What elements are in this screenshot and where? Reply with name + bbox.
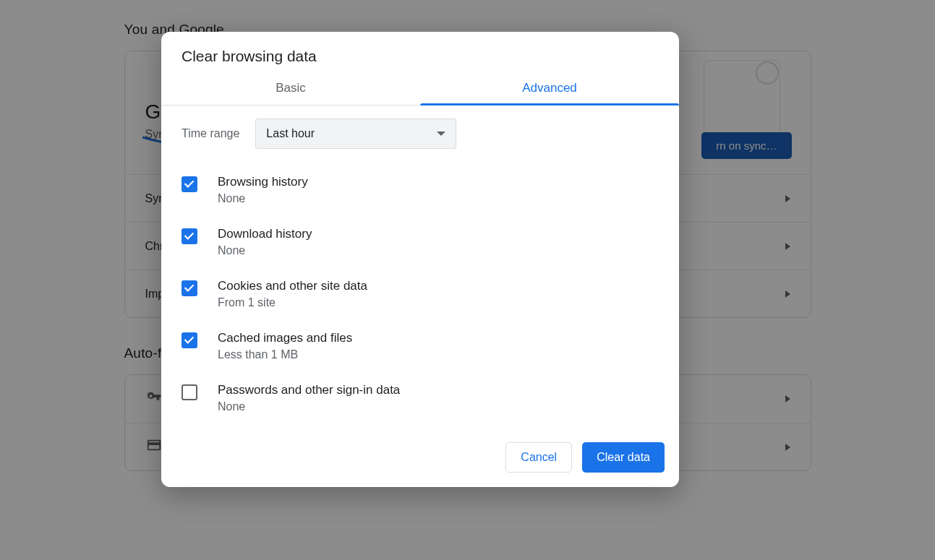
item-subtitle: From 1 site [218, 296, 367, 309]
dialog-tabs: Basic Advanced [161, 71, 679, 105]
item-title: Browsing history [218, 175, 308, 189]
item-subtitle: None [218, 400, 400, 413]
checkbox-passwords[interactable] [182, 384, 197, 400]
dialog-body: Time range Last hour Browsing history No… [161, 105, 679, 431]
item-subtitle: Less than 1 MB [218, 348, 352, 361]
tab-advanced[interactable]: Advanced [420, 71, 679, 105]
checkbox-browsing-history[interactable] [182, 176, 197, 192]
checkbox-row-download-history: Download history None [182, 220, 659, 272]
checkbox-row-passwords: Passwords and other sign-in data None [182, 376, 659, 428]
time-range-label: Time range [182, 127, 239, 140]
checkbox-row-cache: Cached images and files Less than 1 MB [182, 324, 659, 376]
checkbox-row-browsing-history: Browsing history None [182, 168, 659, 220]
time-range-select[interactable]: Last hour [255, 119, 456, 149]
clear-browsing-data-dialog: Clear browsing data Basic Advanced Time … [161, 32, 679, 487]
item-title: Cookies and other site data [218, 279, 367, 293]
item-title: Cached images and files [218, 331, 352, 345]
item-subtitle: None [218, 192, 308, 205]
checkbox-cookies[interactable] [182, 280, 197, 296]
checkbox-download-history[interactable] [182, 228, 197, 244]
dialog-footer: Cancel Clear data [161, 431, 679, 487]
time-range-value: Last hour [266, 127, 315, 140]
caret-down-icon [437, 132, 445, 136]
item-title: Passwords and other sign-in data [218, 383, 400, 397]
checkbox-row-autofill: Auto-fill form data [182, 428, 659, 431]
tab-basic[interactable]: Basic [161, 71, 420, 105]
item-title: Download history [218, 227, 312, 241]
cancel-button[interactable]: Cancel [505, 442, 572, 473]
dialog-title: Clear browsing data [161, 32, 679, 71]
item-subtitle: None [218, 244, 312, 257]
dialog-scroll-area[interactable]: Time range Last hour Browsing history No… [161, 105, 679, 431]
checkbox-cache[interactable] [182, 332, 197, 348]
time-range-row: Time range Last hour [182, 119, 659, 149]
clear-data-button[interactable]: Clear data [582, 442, 665, 473]
checkbox-row-cookies: Cookies and other site data From 1 site [182, 272, 659, 324]
